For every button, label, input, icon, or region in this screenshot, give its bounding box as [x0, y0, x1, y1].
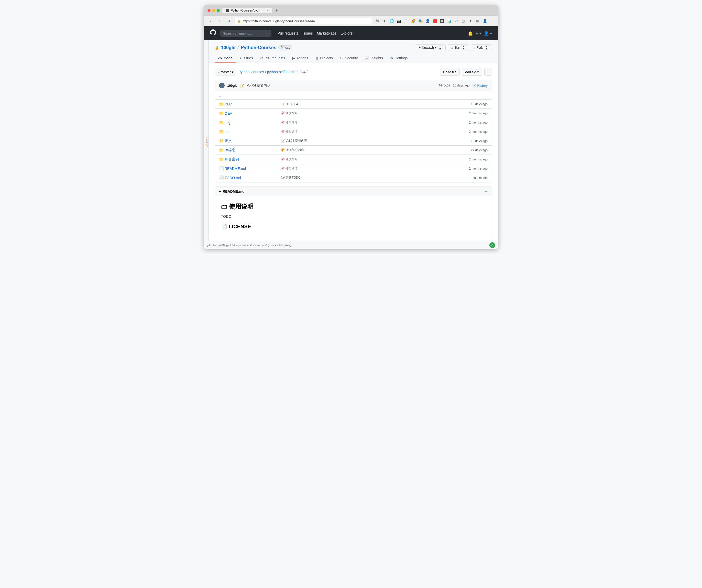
nav-explore[interactable]: Explore [341, 31, 353, 35]
bookmark-icon[interactable]: ★ [381, 18, 387, 24]
toolbar-icons: ⌘ ★ 🌐 📷 🗓 🌈 🎭 👤 🟥 🔲 📊 ☮ ◻ ★ ⊞ 👤 … [374, 18, 495, 24]
commit-emoji-icon: 🦑 [281, 166, 285, 170]
tab-favicon: ⬛ [225, 9, 229, 12]
tab-insights[interactable]: 📈 Insights [361, 54, 386, 63]
file-name-link[interactable]: TODO.md [225, 176, 276, 180]
watch-label: Unwatch [422, 46, 434, 49]
folder-icon: 📁 [219, 157, 225, 162]
repo-name-link[interactable]: Python-Courses [241, 45, 276, 50]
tab-issues[interactable]: ℹ Issues [236, 54, 256, 63]
star-button[interactable]: ☆ Star 0 [448, 44, 469, 51]
fork-label: Fork [477, 46, 483, 49]
repo-owner-link[interactable]: 100gle [221, 45, 235, 50]
parent-dir-item[interactable]: .. [215, 91, 492, 100]
breadcrumb-folder-link[interactable]: python-self-learning [267, 70, 299, 74]
repo-title-row: 🔒 100gle / Python-Courses Private 👁 Unwa… [215, 44, 492, 51]
watch-button[interactable]: 👁 Unwatch ▾ 1 [415, 44, 445, 51]
file-name-link[interactable]: img [225, 121, 276, 125]
octotree-label: Octotree [206, 137, 208, 147]
tab-actions[interactable]: ▶ Actions [289, 54, 312, 63]
commit-hash[interactable]: 4446c52 [439, 84, 450, 87]
folder-icon: 📁 [219, 102, 225, 106]
commit-author[interactable]: 100gle [227, 84, 237, 88]
history-clock-icon: 🕐 [472, 84, 476, 88]
repo-separator: / [237, 45, 239, 50]
file-name-link[interactable]: README.md [225, 166, 276, 171]
red-icon[interactable]: 🟥 [432, 18, 438, 24]
branch-selector[interactable]: ⑂ master ▾ [215, 69, 236, 76]
square-icon[interactable]: ◻ [460, 18, 466, 24]
maximize-button[interactable] [217, 9, 220, 12]
nav-pull-requests[interactable]: Pull requests [277, 31, 298, 35]
nav-marketplace[interactable]: Marketplace [317, 31, 336, 35]
file-name-link[interactable]: 综合案例 [225, 157, 276, 162]
commit-message: Vol.04 章节内容 [247, 83, 270, 88]
commit-msg-text: 修改命名 [285, 157, 298, 161]
apps-icon[interactable]: ⊞ [475, 18, 481, 24]
breadcrumb-repo-link[interactable]: Python-Courses [238, 70, 264, 74]
avatar-icon: 👤 [220, 84, 223, 87]
back-icon: ‹ [210, 19, 211, 23]
peace-icon[interactable]: ☮ [453, 18, 459, 24]
github-header-right: 🔔 + ▾ 👤 ▾ [468, 31, 492, 36]
main-content: 🔒 100gle / Python-Courses Private 👁 Unwa… [209, 40, 498, 241]
octotree-sidebar[interactable]: Octotree [204, 40, 209, 241]
notifications-icon[interactable]: 🔔 [468, 31, 473, 36]
mask-icon[interactable]: 🎭 [417, 18, 424, 24]
commit-msg-text: 修改命名 [285, 130, 298, 133]
readme-todo: TODO [221, 214, 486, 219]
star-icon[interactable]: ★ [467, 18, 474, 24]
new-tab-button[interactable]: + [274, 8, 279, 13]
profile-icon[interactable]: 👤 [482, 18, 488, 24]
calendar-icon[interactable]: 🗓 [403, 18, 409, 24]
create-icon[interactable]: + ▾ [476, 31, 481, 36]
file-name-link[interactable]: src [225, 130, 276, 134]
close-button[interactable] [208, 9, 211, 12]
chart-icon[interactable]: 📊 [446, 18, 452, 24]
camera-icon[interactable]: 📷 [396, 18, 402, 24]
extensions-icon[interactable]: ⌘ [374, 18, 380, 24]
forward-button[interactable]: › [216, 17, 223, 24]
tab-security[interactable]: 🛡 Security [336, 54, 361, 63]
search-box[interactable]: Search or jump to... / [220, 30, 271, 36]
refresh-icon: ↺ [227, 19, 231, 23]
fork-button[interactable]: ⑂ Fork 0 [471, 44, 492, 51]
file-name-link[interactable]: DLC [225, 102, 276, 106]
more-icon[interactable]: … [489, 18, 495, 24]
tab-code-label: Code [224, 56, 233, 60]
insights-icon: 📈 [365, 56, 369, 60]
browser-tab[interactable]: ⬛ Python-Courses/python-self-l... × [222, 8, 272, 13]
user-icon-1[interactable]: 👤 [425, 18, 431, 24]
list-item: 📁 img 🦑 修改命名 2 months ago [215, 118, 492, 127]
tab-settings-label: Settings [395, 56, 408, 60]
file-name-link[interactable]: 碎碎念 [225, 148, 276, 152]
add-file-button[interactable]: Add file ▾ [462, 68, 482, 76]
tab-projects[interactable]: ▦ Projects [312, 54, 337, 63]
user-menu-icon[interactable]: 👤 ▾ [484, 31, 492, 36]
tab-code[interactable]: <> Code [215, 54, 236, 63]
tab-settings[interactable]: ⚙ Settings [386, 54, 412, 63]
star-icon: ☆ [451, 46, 453, 49]
readme-edit-button[interactable]: ✏ [484, 189, 488, 194]
breadcrumb-trail: / [307, 70, 308, 74]
refresh-button[interactable]: ↺ [225, 17, 233, 24]
commit-history-link[interactable]: 🕐 History [472, 84, 488, 88]
file-commit-msg: 📝 Vol.04 章节内容 [276, 139, 459, 143]
list-item: 📁 碎碎念 🥐 Unix部分内容 27 days ago [215, 146, 492, 155]
tab-close-icon[interactable]: × [265, 9, 269, 12]
file-name-link[interactable]: 正文 [225, 139, 276, 143]
nav-issues[interactable]: Issues [303, 31, 313, 35]
more-options-button[interactable]: … [484, 68, 492, 76]
shield-badge: ✓ [489, 242, 495, 248]
puzzle-icon[interactable]: 🌈 [410, 18, 416, 24]
list-item: 📁 src 🦑 修改命名 2 months ago [215, 127, 492, 136]
go-to-file-button[interactable]: Go to file [440, 68, 460, 76]
colorful-icon-1[interactable]: 🌐 [388, 18, 395, 24]
address-bar[interactable]: 🔒 https://github.com/100gle/Python-Cours… [235, 18, 372, 24]
tab-pull-requests[interactable]: ⇄ Pull requests [257, 54, 289, 63]
back-button[interactable]: ‹ [207, 17, 214, 24]
file-name-link[interactable]: Q&A [225, 111, 276, 115]
minimize-button[interactable] [212, 9, 215, 12]
grid-icon[interactable]: 🔲 [439, 18, 445, 24]
github-logo[interactable] [210, 29, 216, 37]
